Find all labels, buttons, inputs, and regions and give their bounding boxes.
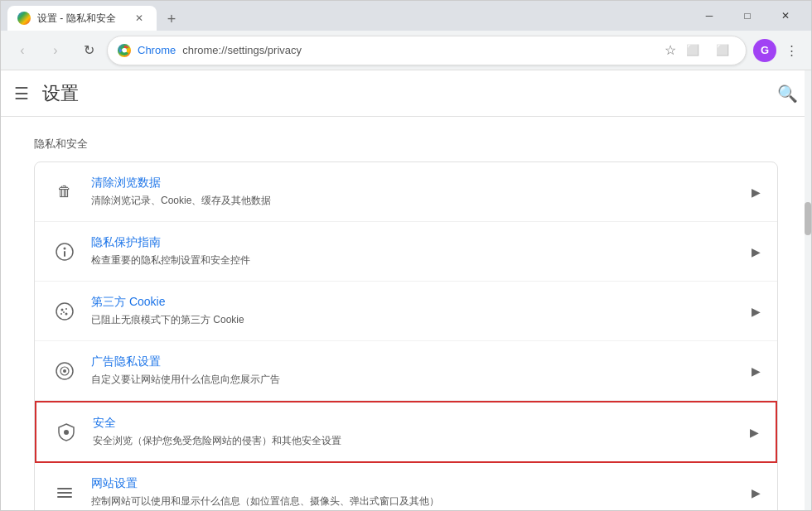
arrow-icon-security: ▶ <box>750 426 759 439</box>
svg-rect-4 <box>64 251 65 257</box>
browser-content: ☰ 设置 🔍 隐私和安全 🗑 清除浏览数据 清除浏览记录、Cookie、缓存及其… <box>1 70 811 510</box>
toolbar-icons: G ⋮ <box>753 37 805 64</box>
refresh-button[interactable]: ↻ <box>74 36 104 65</box>
settings-list: 🗑 清除浏览数据 清除浏览记录、Cookie、缓存及其他数据 ▶ <box>34 161 778 510</box>
cast-icon[interactable]: ⬜ <box>679 37 706 64</box>
svg-point-6 <box>61 308 64 311</box>
svg-point-9 <box>65 312 68 315</box>
tab-close-button[interactable]: ✕ <box>132 11 147 26</box>
settings-item-privacy-guide[interactable]: 隐私保护指南 检查重要的隐私控制设置和安全控件 ▶ <box>35 222 777 282</box>
svg-rect-17 <box>57 496 72 498</box>
item-content-clear-browsing: 清除浏览数据 清除浏览记录、Cookie、缓存及其他数据 <box>91 176 752 208</box>
tab-bar: 设置 - 隐私和安全 ✕ + <box>7 1 183 31</box>
back-button[interactable]: ‹ <box>7 36 37 65</box>
scrollbar[interactable] <box>805 70 811 510</box>
maximize-button[interactable]: □ <box>728 1 766 31</box>
tab-title: 设置 - 隐私和安全 <box>37 12 125 26</box>
item-desc-clear-browsing: 清除浏览记录、Cookie、缓存及其他数据 <box>91 194 752 208</box>
window-controls: ─ □ ✕ <box>690 1 805 31</box>
address-right-icons: ☆ ⬜ ⬜ <box>665 37 736 64</box>
address-bar[interactable]: Chrome chrome://settings/privacy ☆ ⬜ ⬜ <box>107 36 747 65</box>
chrome-favicon <box>118 44 131 57</box>
section-title: 隐私和安全 <box>34 137 778 152</box>
settings-item-cookie[interactable]: 第三方 Cookie 已阻止无痕模式下的第三方 Cookie ▶ <box>35 282 777 341</box>
item-title-cookie: 第三方 Cookie <box>91 295 752 310</box>
item-content-security: 安全 安全浏览（保护您免受危险网站的侵害）和其他安全设置 <box>93 416 750 448</box>
svg-point-3 <box>64 247 66 249</box>
settings-item-ad-privacy[interactable]: 广告隐私设置 自定义要让网站使用什么信息向您展示广告 ▶ <box>35 341 777 401</box>
nav-bar: ‹ › ↻ Chrome chrome://settings/privacy <box>1 31 811 70</box>
chrome-text: Chrome <box>138 44 176 56</box>
item-title-privacy-guide: 隐私保护指南 <box>91 235 752 250</box>
arrow-icon-privacy-guide: ▶ <box>752 245 761 258</box>
item-title-ad-privacy: 广告隐私设置 <box>91 354 752 369</box>
more-menu-button[interactable]: ⋮ <box>778 37 805 64</box>
svg-point-1 <box>123 48 127 52</box>
address-url: chrome://settings/privacy <box>182 44 302 56</box>
title-bar: 设置 - 隐私和安全 ✕ + ─ □ ✕ <box>1 1 811 31</box>
svg-rect-16 <box>57 492 72 494</box>
back-icon: ‹ <box>20 43 24 58</box>
item-content-site-settings: 网站设置 控制网站可以使用和显示什么信息（如位置信息、摄像头、弹出式窗口及其他） <box>91 476 752 509</box>
forward-icon: › <box>53 43 57 58</box>
item-content-privacy-guide: 隐私保护指南 检查重要的隐私控制设置和安全控件 <box>91 235 752 268</box>
bookmark-icon[interactable]: ☆ <box>665 42 676 58</box>
privacy-guide-icon <box>51 239 78 265</box>
settings-title: 设置 <box>42 81 79 106</box>
refresh-icon: ↻ <box>84 42 94 58</box>
item-desc-security: 安全浏览（保护您免受危险网站的侵害）和其他安全设置 <box>93 434 750 448</box>
svg-rect-15 <box>57 488 72 489</box>
close-button[interactable]: ✕ <box>766 1 805 31</box>
item-desc-site-settings: 控制网站可以使用和显示什么信息（如位置信息、摄像头、弹出式窗口及其他） <box>91 494 752 509</box>
chrome-logo-icon <box>119 46 129 55</box>
item-title-security: 安全 <box>93 416 750 431</box>
arrow-icon-cookie: ▶ <box>752 305 761 318</box>
tab-favicon <box>17 12 31 25</box>
profile-button[interactable]: G <box>753 39 776 62</box>
svg-point-5 <box>56 303 73 320</box>
forward-button[interactable]: › <box>41 36 70 65</box>
scrollbar-thumb[interactable] <box>805 202 811 235</box>
hamburger-menu-button[interactable]: ☰ <box>14 84 29 104</box>
search-button[interactable]: 🔍 <box>777 84 798 104</box>
settings-content-area: 隐私和安全 🗑 清除浏览数据 清除浏览记录、Cookie、缓存及其他数据 ▶ <box>1 117 811 510</box>
settings-item-security[interactable]: 安全 安全浏览（保护您免受危险网站的侵害）和其他安全设置 ▶ <box>35 401 777 463</box>
svg-point-14 <box>64 430 69 435</box>
arrow-icon-site-settings: ▶ <box>752 486 761 499</box>
arrow-icon-clear-browsing: ▶ <box>752 186 761 199</box>
active-tab[interactable]: 设置 - 隐私和安全 ✕ <box>7 6 157 31</box>
item-desc-cookie: 已阻止无痕模式下的第三方 Cookie <box>91 313 752 327</box>
settings-item-site-settings[interactable]: 网站设置 控制网站可以使用和显示什么信息（如位置信息、摄像头、弹出式窗口及其他）… <box>35 463 777 510</box>
item-title-site-settings: 网站设置 <box>91 476 752 491</box>
item-content-ad-privacy: 广告隐私设置 自定义要让网站使用什么信息向您展示广告 <box>91 354 752 387</box>
svg-point-7 <box>65 308 67 310</box>
settings-item-clear-browsing[interactable]: 🗑 清除浏览数据 清除浏览记录、Cookie、缓存及其他数据 ▶ <box>35 162 777 222</box>
settings-header: ☰ 设置 🔍 <box>1 70 811 117</box>
settings-main-area: ☰ 设置 🔍 隐私和安全 🗑 清除浏览数据 清除浏览记录、Cookie、缓存及其… <box>1 70 811 510</box>
svg-point-10 <box>63 311 65 313</box>
item-desc-privacy-guide: 检查重要的隐私控制设置和安全控件 <box>91 253 752 268</box>
ad-privacy-icon <box>51 358 78 384</box>
trash-icon: 🗑 <box>51 179 78 205</box>
svg-point-13 <box>63 369 66 373</box>
site-settings-icon <box>51 480 78 506</box>
profile-split-icon[interactable]: ⬜ <box>709 37 736 64</box>
item-title-clear-browsing: 清除浏览数据 <box>91 176 752 190</box>
minimize-button[interactable]: ─ <box>690 1 728 31</box>
security-icon <box>53 419 80 446</box>
svg-point-8 <box>60 313 62 315</box>
cookie-icon <box>51 298 78 325</box>
item-content-cookie: 第三方 Cookie 已阻止无痕模式下的第三方 Cookie <box>91 295 752 327</box>
new-tab-button[interactable]: + <box>160 7 183 31</box>
item-desc-ad-privacy: 自定义要让网站使用什么信息向您展示广告 <box>91 373 752 387</box>
arrow-icon-ad-privacy: ▶ <box>752 364 761 378</box>
